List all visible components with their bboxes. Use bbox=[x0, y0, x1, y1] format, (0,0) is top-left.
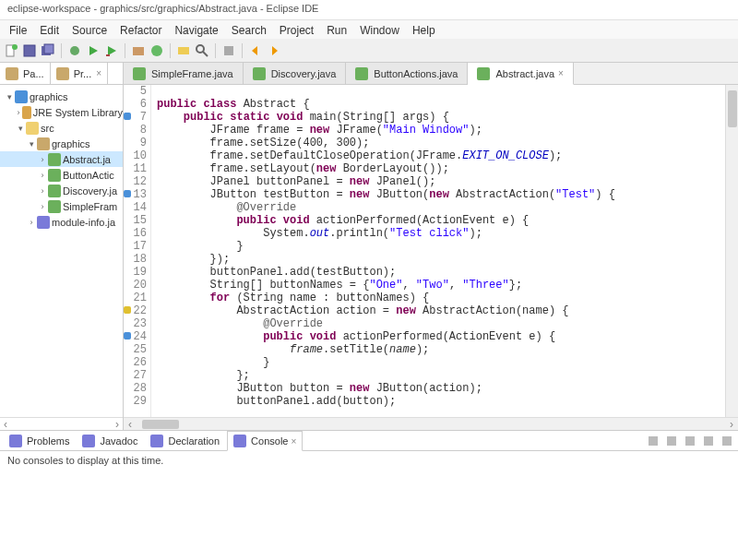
line-number-gutter[interactable]: 5678910111213141516171819202122232425262… bbox=[124, 85, 151, 417]
maximize-icon[interactable] bbox=[720, 434, 734, 448]
line-number[interactable]: 9 bbox=[124, 137, 147, 149]
bottom-tab-console[interactable]: Console× bbox=[227, 431, 303, 451]
code-line[interactable]: } bbox=[157, 356, 725, 369]
editor-tab[interactable]: Abstract.java× bbox=[468, 63, 573, 85]
line-number[interactable]: 22 bbox=[124, 304, 147, 317]
line-number[interactable]: 14 bbox=[124, 201, 147, 214]
line-number[interactable]: 11 bbox=[124, 162, 147, 175]
code-line[interactable]: AbstractAction action = new AbstractActi… bbox=[157, 304, 725, 317]
package-explorer-tree[interactable]: ▾graphics›JRE System Library▾src▾graphic… bbox=[0, 85, 123, 417]
code-line[interactable]: buttonPanel.add(testButton); bbox=[157, 266, 725, 279]
tree-item[interactable]: ▾src bbox=[0, 120, 123, 136]
line-number[interactable]: 7 bbox=[124, 111, 147, 124]
tree-twisty-icon[interactable]: ▾ bbox=[15, 124, 26, 133]
code-line[interactable]: JButton testButton = new JButton(new Abs… bbox=[157, 188, 725, 201]
forward-icon[interactable] bbox=[267, 43, 281, 58]
sidebar-tab[interactable]: Pr...× bbox=[51, 63, 108, 84]
line-number[interactable]: 13 bbox=[124, 188, 147, 201]
code-line[interactable]: public class Abstract { bbox=[157, 98, 725, 111]
code-line[interactable]: frame.setTitle(name); bbox=[157, 343, 725, 356]
code-line[interactable]: }; bbox=[157, 369, 725, 382]
code-line[interactable]: String[] buttonNames = {"One", "Two", "T… bbox=[157, 279, 725, 292]
back-icon[interactable] bbox=[248, 43, 263, 58]
sidebar-hscroll[interactable]: ‹ › bbox=[0, 417, 123, 430]
menu-run[interactable]: Run bbox=[321, 22, 352, 37]
tree-twisty-icon[interactable]: › bbox=[37, 186, 48, 196]
tree-twisty-icon[interactable]: › bbox=[26, 218, 37, 227]
code-line[interactable]: frame.setSize(400, 300); bbox=[157, 137, 725, 149]
code-line[interactable]: JPanel buttonPanel = new JPanel(); bbox=[157, 175, 725, 188]
scroll-thumb[interactable] bbox=[142, 420, 179, 429]
scroll-right-icon[interactable]: › bbox=[725, 418, 738, 431]
code-content[interactable]: public class Abstract { public static vo… bbox=[151, 85, 725, 417]
tree-item[interactable]: ›ButtonActic bbox=[0, 167, 123, 183]
scroll-thumb[interactable] bbox=[728, 90, 737, 127]
code-line[interactable]: buttonPanel.add(button); bbox=[157, 395, 725, 408]
code-editor[interactable]: 5678910111213141516171819202122232425262… bbox=[124, 85, 738, 417]
tree-item[interactable]: ›JRE System Library bbox=[0, 104, 123, 120]
code-line[interactable]: frame.setLayout(new BorderLayout()); bbox=[157, 162, 725, 175]
bottom-tab-javadoc[interactable]: Javadoc bbox=[77, 432, 143, 450]
code-line[interactable]: public static void main(String[] args) { bbox=[157, 111, 725, 124]
close-icon[interactable]: × bbox=[558, 68, 564, 78]
tree-item[interactable]: ›Discovery.ja bbox=[0, 183, 123, 198]
menu-window[interactable]: Window bbox=[354, 22, 405, 37]
line-number[interactable]: 24 bbox=[124, 330, 147, 343]
line-number[interactable]: 29 bbox=[124, 395, 147, 408]
line-number[interactable]: 10 bbox=[124, 149, 147, 162]
tree-twisty-icon[interactable]: › bbox=[15, 108, 22, 117]
minimize-icon[interactable] bbox=[701, 434, 716, 448]
line-number[interactable]: 6 bbox=[124, 98, 147, 111]
menu-navigate[interactable]: Navigate bbox=[169, 22, 223, 37]
line-number[interactable]: 16 bbox=[124, 227, 147, 240]
code-line[interactable]: for (String name : buttonNames) { bbox=[157, 292, 725, 304]
debug-icon[interactable] bbox=[67, 43, 82, 58]
editor-tab[interactable]: ButtonActions.java bbox=[346, 63, 468, 84]
code-line[interactable]: @Override bbox=[157, 317, 725, 330]
search-icon[interactable] bbox=[195, 43, 209, 58]
tree-twisty-icon[interactable]: › bbox=[37, 202, 48, 211]
display-icon[interactable] bbox=[664, 434, 679, 448]
close-icon[interactable]: × bbox=[96, 68, 101, 78]
open-type-icon[interactable] bbox=[176, 43, 191, 58]
toggle-mark-icon[interactable] bbox=[221, 43, 236, 58]
code-line[interactable]: System.out.println("Test click"); bbox=[157, 227, 725, 240]
editor-hscroll[interactable]: ‹ › bbox=[124, 417, 738, 430]
line-number[interactable]: 25 bbox=[124, 343, 147, 356]
open-console-icon[interactable] bbox=[683, 434, 697, 448]
editor-tab[interactable]: Discovery.java bbox=[244, 63, 347, 84]
tree-twisty-icon[interactable]: › bbox=[37, 171, 48, 180]
code-line[interactable]: frame.setDefaultCloseOperation(JFrame.EX… bbox=[157, 149, 725, 162]
line-number[interactable]: 18 bbox=[124, 253, 147, 266]
menu-refactor[interactable]: Refactor bbox=[114, 22, 167, 37]
editor-vscroll[interactable] bbox=[725, 85, 738, 417]
scroll-right-icon[interactable]: › bbox=[115, 418, 119, 431]
line-number[interactable]: 8 bbox=[124, 124, 147, 137]
line-number[interactable]: 15 bbox=[124, 214, 147, 227]
code-line[interactable] bbox=[157, 85, 725, 98]
menu-edit[interactable]: Edit bbox=[34, 22, 65, 37]
scroll-left-icon[interactable]: ‹ bbox=[124, 418, 137, 431]
save-all-icon[interactable] bbox=[41, 43, 55, 58]
menu-source[interactable]: Source bbox=[66, 22, 113, 37]
bottom-tab-declaration[interactable]: Declaration bbox=[145, 432, 225, 450]
line-number[interactable]: 20 bbox=[124, 279, 147, 292]
tree-item[interactable]: ›SimpleFram bbox=[0, 198, 123, 214]
tree-item[interactable]: ›module-info.ja bbox=[0, 214, 123, 230]
editor-tab[interactable]: SimpleFrame.java bbox=[124, 63, 244, 84]
line-number[interactable]: 19 bbox=[124, 266, 147, 279]
run-icon[interactable] bbox=[86, 43, 101, 58]
code-line[interactable]: JFrame frame = new JFrame("Main Window")… bbox=[157, 124, 725, 137]
new-class-icon[interactable] bbox=[149, 43, 164, 58]
tree-item[interactable]: ›Abstract.ja bbox=[0, 151, 123, 167]
tree-twisty-icon[interactable]: › bbox=[37, 155, 48, 164]
run-last-icon[interactable] bbox=[104, 43, 119, 58]
bottom-tab-problems[interactable]: Problems bbox=[4, 432, 75, 450]
code-line[interactable]: } bbox=[157, 240, 725, 253]
line-number[interactable]: 21 bbox=[124, 292, 147, 304]
line-number[interactable]: 17 bbox=[124, 240, 147, 253]
line-number[interactable]: 26 bbox=[124, 356, 147, 369]
code-line[interactable]: public void actionPerformed(ActionEvent … bbox=[157, 214, 725, 227]
code-line[interactable]: public void actionPerformed(ActionEvent … bbox=[157, 330, 725, 343]
tree-item[interactable]: ▾graphics bbox=[0, 136, 123, 151]
